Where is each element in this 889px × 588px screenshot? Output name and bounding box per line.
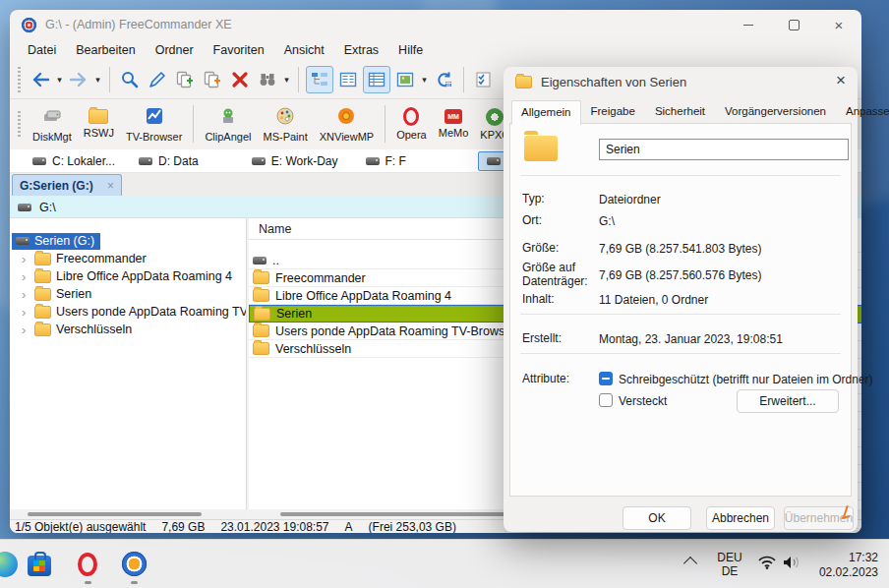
taskbar-store-button[interactable] — [28, 552, 53, 577]
folder-icon — [89, 109, 108, 124]
advanced-button[interactable]: Erweitert... — [737, 389, 839, 413]
launcher-label: XNViewMP — [320, 131, 374, 143]
menu-ordner[interactable]: Ordner — [146, 43, 204, 57]
menu-hilfe[interactable]: Hilfe — [388, 43, 433, 57]
checklist-icon[interactable] — [471, 67, 497, 92]
readonly-checkbox-label[interactable]: Schreibgeschützt (betrifft nur Dateien i… — [619, 373, 873, 386]
tree-panel-toggle[interactable] — [306, 66, 333, 93]
launcher-memo[interactable]: MM MeMo — [433, 107, 475, 141]
tree-item[interactable]: ›Libre Office AppData Roaming 4 — [22, 267, 232, 285]
minimize-button[interactable] — [727, 10, 770, 39]
launcher-diskmgt[interactable]: DiskMgt — [27, 104, 78, 145]
maximize-button[interactable] — [772, 10, 815, 39]
drive-icon — [366, 157, 380, 165]
taskbar-edge-button[interactable] — [0, 552, 18, 577]
delete-icon[interactable] — [227, 67, 253, 92]
taskbar-opera-button[interactable] — [75, 552, 100, 577]
drive-icon — [252, 157, 266, 165]
launcher-opera[interactable]: Opera — [390, 105, 433, 143]
cancel-button[interactable]: Abbrechen — [706, 506, 775, 530]
expand-chevron-icon[interactable]: › — [22, 287, 30, 302]
thumbnails-view-icon[interactable] — [392, 67, 418, 92]
tab-vorgaengerversionen[interactable]: Vorgängerversionen — [715, 99, 836, 124]
readonly-checkbox[interactable] — [599, 372, 613, 385]
tab-anpassen[interactable]: Anpassen — [836, 99, 889, 124]
speaker-icon — [782, 557, 801, 573]
tray-clock[interactable]: 17:32 02.02.2023 — [800, 551, 878, 588]
dialog-close-button[interactable]: × — [836, 71, 846, 90]
drive-c-button[interactable]: C: Lokaler... — [24, 151, 124, 171]
back-dropdown-icon[interactable]: ▾ — [54, 75, 65, 85]
launcher-tvbrowser[interactable]: TV-Browser — [120, 104, 188, 145]
back-icon[interactable] — [28, 67, 53, 92]
folder-icon — [34, 253, 51, 265]
hidden-checkbox[interactable] — [599, 393, 613, 407]
binoculars-dropdown-icon[interactable]: ▾ — [281, 75, 292, 85]
tab-freigabe[interactable]: Freigabe — [581, 99, 645, 124]
toolbar-grip[interactable] — [18, 111, 21, 137]
expand-chevron-icon[interactable]: › — [22, 252, 30, 266]
launcher-rswj[interactable]: RSWJ — [78, 107, 120, 141]
menu-extras[interactable]: Extras — [334, 43, 388, 57]
field-value-groesse-auf-datentraeger: 7,69 GB (8.257.560.576 Bytes) — [599, 268, 761, 282]
folder-tab-active[interactable]: G:Serien (G:) × — [12, 174, 122, 196]
drive-d-button[interactable]: D: Data — [130, 151, 207, 171]
refresh-icon[interactable] — [431, 67, 456, 92]
tab-sicherheit[interactable]: Sicherheit — [645, 99, 715, 124]
ok-button[interactable]: OK — [622, 506, 691, 530]
memo-icon: MM — [444, 109, 462, 124]
close-button[interactable]: × — [817, 10, 860, 39]
tray-wifi-button[interactable] — [757, 555, 777, 588]
drive-label: C: Lokaler... — [52, 154, 115, 168]
menu-ansicht[interactable]: Ansicht — [274, 43, 334, 57]
file-row-label: Serien — [276, 307, 312, 321]
field-label-ort: Ort: — [522, 214, 599, 228]
expand-chevron-icon[interactable]: › — [22, 323, 30, 337]
launcher-clipangel[interactable]: ClipAngel — [199, 104, 257, 145]
details-view-icon[interactable] — [363, 66, 390, 93]
menu-bearbeiten[interactable]: Bearbeiten — [66, 43, 145, 57]
launcher-xnviewmp[interactable]: XNViewMP — [314, 104, 380, 145]
folder-tree-pane[interactable]: Serien (G:) ›Freecommander ›Libre Office… — [10, 218, 247, 509]
freecommander-icon — [122, 552, 147, 576]
edit-pencil-icon[interactable] — [145, 67, 170, 92]
menu-favoriten[interactable]: Favoriten — [204, 43, 274, 57]
tree-root-selected: Serien (G:) — [12, 233, 100, 250]
tree-item[interactable]: ›Serien — [22, 285, 91, 303]
drive-f-button[interactable]: F: F — [357, 151, 454, 171]
copy-add-icon[interactable] — [172, 67, 198, 92]
forward-dropdown-icon[interactable]: ▾ — [92, 75, 103, 85]
search-icon[interactable] — [117, 67, 143, 92]
list-view-icon[interactable] — [335, 67, 361, 92]
hidden-checkbox-label[interactable]: Versteckt — [619, 394, 667, 408]
tray-volume-button[interactable] — [782, 555, 801, 588]
menu-datei[interactable]: Datei — [18, 43, 66, 57]
tab-allgemein[interactable]: Allgemein — [511, 100, 581, 125]
wifi-icon — [757, 557, 777, 573]
expand-chevron-icon[interactable]: › — [22, 305, 30, 320]
view-dropdown-icon[interactable]: ▾ — [419, 75, 430, 85]
tree-item[interactable]: ›Freecommander — [22, 250, 147, 267]
desktop: G:\ - (Admin) FreeCommander XE × Datei B… — [0, 0, 889, 588]
expand-chevron-icon[interactable]: › — [22, 269, 30, 284]
taskbar-freecommander-button[interactable] — [122, 552, 148, 577]
tree-hscrollbar-thumb[interactable] — [28, 512, 202, 516]
field-value-ort: G:\ — [599, 214, 615, 228]
column-header-label: Name — [259, 222, 291, 236]
tray-chevron-button[interactable] — [685, 559, 695, 588]
tree-item[interactable]: ›Users ponde AppData Roaming TV-B — [22, 303, 247, 321]
tree-hscrollbar[interactable] — [10, 509, 246, 519]
paste-add-icon[interactable] — [200, 67, 225, 92]
dialog-title-bar[interactable]: Eigenschaften von Serien — [504, 67, 858, 96]
tray-language-switcher[interactable]: DEU DE — [710, 551, 749, 588]
folder-name-input[interactable] — [599, 139, 849, 160]
forward-icon[interactable] — [66, 67, 91, 92]
binoculars-search-icon[interactable] — [255, 67, 280, 92]
tree-item[interactable]: ›Verschlüsseln — [22, 321, 132, 338]
tree-item-label: Users ponde AppData Roaming TV-B — [56, 305, 247, 319]
drive-e-button[interactable]: E: Work-Day — [243, 151, 347, 171]
tree-root-item[interactable]: Serien (G:) — [12, 232, 100, 250]
toolbar-grip[interactable] — [18, 67, 21, 92]
tab-close-icon[interactable]: × — [107, 179, 114, 193]
launcher-mspaint[interactable]: MS-Paint — [257, 104, 313, 145]
